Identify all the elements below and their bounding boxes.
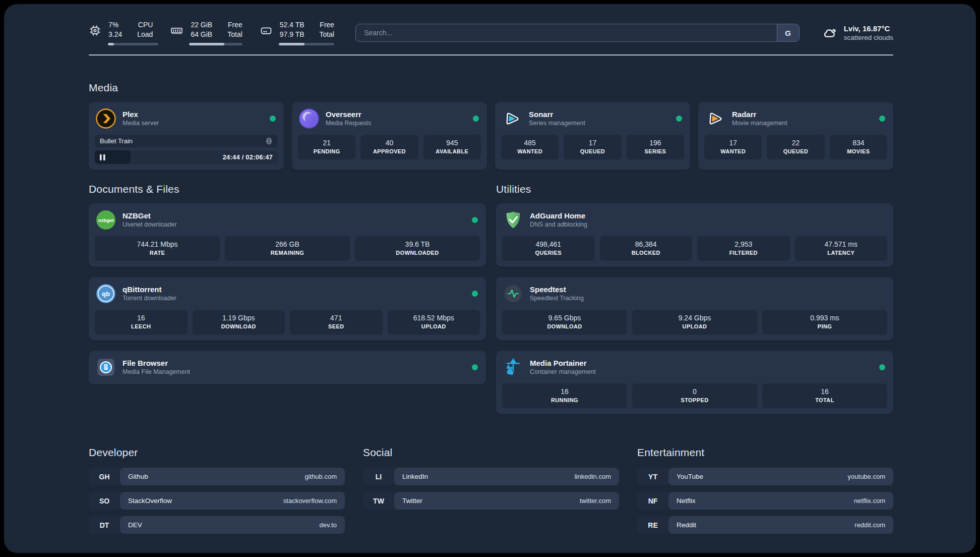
sonarr-card[interactable]: Sonarr Series management 485WANTED 17QUE… <box>495 102 690 170</box>
stat-box: 744.21 MbpsRATE <box>95 236 220 261</box>
bookmark-url: reddit.com <box>854 521 885 529</box>
speedtest-subtitle: Speedtest Tracking <box>530 294 584 303</box>
stat-box: 945AVAILABLE <box>423 135 481 159</box>
section-heading-social: Social <box>363 447 619 459</box>
memory-free-label: Free <box>228 20 242 30</box>
now-playing-progress[interactable]: 24:44 / 02:06:47 <box>95 150 278 164</box>
speedtest-icon <box>503 284 523 304</box>
qbittorrent-card[interactable]: qb qBittorrent Torrent downloader 16LEEC… <box>89 277 486 341</box>
bookmark-abbr: SO <box>89 492 120 510</box>
section-heading-utilities: Utilities <box>496 183 893 195</box>
svg-text:nzbget: nzbget <box>98 217 114 223</box>
bookmark-twitter[interactable]: TW Twitter twitter.com <box>363 492 619 510</box>
stat-box: 16RUNNING <box>502 383 627 408</box>
bookmark-url: github.com <box>304 473 337 480</box>
pause-icon[interactable] <box>100 154 105 160</box>
overseerr-title: Overseerr <box>326 109 371 119</box>
svg-text:qb: qb <box>102 290 110 298</box>
sonarr-icon <box>502 108 522 129</box>
bookmark-name: Github <box>128 473 148 480</box>
nzbget-icon: nzbget <box>96 210 116 230</box>
memory-total-value: 64 GiB <box>191 30 212 39</box>
weather-location: Lviv, 16.87°C <box>844 24 893 33</box>
disk-icon <box>260 24 273 37</box>
disk-free-value: 52.4 TB <box>280 20 304 30</box>
portainer-icon <box>503 357 523 377</box>
top-bar: 7% 3.24 CPU Load <box>89 18 893 47</box>
now-playing-time: 24:44 / 02:06:47 <box>223 153 273 161</box>
disk-progress-bar <box>279 43 334 45</box>
cpu-icon <box>89 24 101 37</box>
search-provider-button[interactable]: G <box>777 24 799 41</box>
stat-box: 485WANTED <box>501 135 559 159</box>
documents-column: Documents & Files nzbget NZBGet Usenet d… <box>89 183 486 424</box>
stat-box: 196SERIES <box>627 135 684 159</box>
social-bookmarks: Social LI LinkedIn linkedin.com TW Twitt… <box>363 447 619 540</box>
bookmark-stackoverflow[interactable]: SO StackOverflow stackoverflow.com <box>89 492 345 510</box>
sonarr-subtitle: Series management <box>529 119 585 128</box>
stat-box: 21PENDING <box>298 135 355 159</box>
bookmark-youtube[interactable]: YT YouTube youtube.com <box>637 468 893 485</box>
bookmark-abbr: TW <box>363 492 394 510</box>
bookmark-name: Reddit <box>677 521 696 529</box>
cpu-label: CPU <box>138 20 153 30</box>
stat-box: 40APPROVED <box>360 135 418 159</box>
plex-icon <box>96 108 116 129</box>
bookmark-name: StackOverflow <box>128 497 172 505</box>
portainer-card[interactable]: Media Portainer Container management 16R… <box>496 351 893 414</box>
nzbget-subtitle: Usenet downloader <box>122 220 177 229</box>
weather-condition: scattered clouds <box>844 33 893 42</box>
portainer-title: Media Portainer <box>530 358 596 368</box>
cpu-progress-bar <box>108 43 158 45</box>
filebrowser-title: File Browser <box>122 358 190 368</box>
weather-widget: Lviv, 16.87°C scattered clouds <box>821 24 893 42</box>
stat-box: 39.6 TBDOWNLOADED <box>355 236 480 261</box>
sonarr-title: Sonarr <box>529 109 585 119</box>
disk-total-label: Total <box>320 30 335 39</box>
bookmark-linkedin[interactable]: LI LinkedIn linkedin.com <box>363 468 619 485</box>
filebrowser-status-dot <box>472 364 478 370</box>
plex-card[interactable]: Plex Media server Bullet Train <box>89 102 284 170</box>
filebrowser-subtitle: Media File Management <box>122 368 190 376</box>
bookmark-name: DEV <box>128 521 142 529</box>
search-input[interactable] <box>356 24 777 41</box>
overseerr-icon <box>299 108 319 129</box>
memory-free-value: 22 GiB <box>191 20 212 30</box>
nzbget-card[interactable]: nzbget NZBGet Usenet downloader 744.21 M… <box>89 203 486 267</box>
bookmark-dev[interactable]: DT DEV dev.to <box>89 516 345 534</box>
bookmark-abbr: DT <box>89 516 120 534</box>
stat-box: 2,953FILTERED <box>697 236 790 261</box>
section-heading-entertainment: Entertainment <box>637 447 893 459</box>
memory-resource: 22 GiB 64 GiB Free Total <box>170 20 242 45</box>
cpu-load-label: Load <box>137 30 153 39</box>
stat-box: 471SEED <box>290 310 383 335</box>
bookmark-netflix[interactable]: NF Netflix netflix.com <box>637 492 893 510</box>
bookmark-github[interactable]: GH Github github.com <box>89 468 345 485</box>
filebrowser-card[interactable]: File Browser Media File Management <box>89 351 486 384</box>
utilities-column: Utilities AdGuard Home DNS and <box>496 183 893 424</box>
bookmark-reddit[interactable]: RE Reddit reddit.com <box>637 516 893 534</box>
now-playing-title: Bullet Train <box>100 137 133 145</box>
radarr-card[interactable]: Radarr Movie management 17WANTED 22QUEUE… <box>698 102 893 170</box>
bookmark-name: Netflix <box>677 497 696 505</box>
overseerr-subtitle: Media Requests <box>326 119 371 128</box>
nzbget-status-dot <box>472 217 478 223</box>
search-bar: G <box>355 24 800 42</box>
plex-status-dot <box>270 116 276 122</box>
stat-box: 22QUEUED <box>767 135 824 159</box>
overseerr-status-dot <box>473 116 479 122</box>
adguard-card[interactable]: AdGuard Home DNS and adblocking 498,461Q… <box>496 203 893 267</box>
overseerr-card[interactable]: Overseerr Media Requests 21PENDING 40APP… <box>292 102 487 170</box>
gear-icon[interactable] <box>265 137 273 145</box>
qbittorrent-title: qBittorrent <box>122 285 176 294</box>
portainer-status-dot <box>879 364 885 370</box>
stat-box: 1.19 GbpsDOWNLOAD <box>193 310 285 335</box>
memory-icon <box>170 24 183 37</box>
speedtest-card[interactable]: Speedtest Speedtest Tracking 9.65 GbpsDO… <box>496 277 893 341</box>
cpu-load-value: 3.24 <box>108 30 122 39</box>
media-card-grid: Plex Media server Bullet Train <box>89 102 893 170</box>
speedtest-title: Speedtest <box>530 285 584 294</box>
bookmark-url: youtube.com <box>848 473 885 480</box>
header-divider <box>89 54 893 55</box>
bookmark-url: dev.to <box>320 521 337 529</box>
